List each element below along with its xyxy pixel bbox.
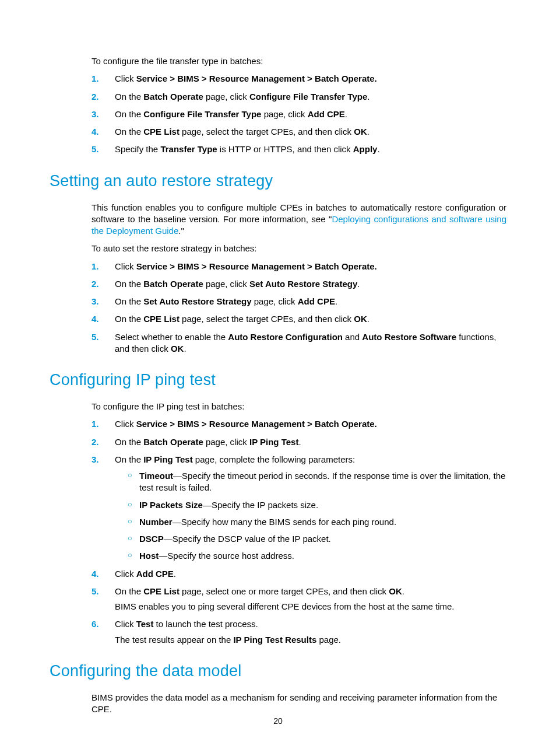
step-number: 1. (92, 261, 99, 272)
step-item: 4. On the CPE List page, select the targ… (92, 313, 506, 325)
step-text: On the CPE List page, select the target … (115, 314, 370, 324)
steps-list: 1. Click Service > BIMS > Resource Manag… (92, 418, 506, 646)
step-item: 5. On the CPE List page, select one or m… (92, 586, 506, 613)
intro-text: This function enables you to configure m… (92, 202, 506, 237)
step-text: Click Service > BIMS > Resource Manageme… (115, 419, 377, 429)
step-text: On the Configure File Transfer Type page… (115, 109, 347, 119)
step-number: 4. (92, 313, 99, 325)
step-text: On the IP Ping Test page, complete the f… (115, 454, 355, 464)
step-text: On the Batch Operate page, click Configu… (115, 92, 370, 102)
step-text: On the Batch Operate page, click Set Aut… (115, 279, 360, 289)
intro-text: BIMS provides the data model as a mechan… (92, 692, 506, 716)
step-number: 3. (92, 108, 99, 120)
step-item: 5. Specify the Transfer Type is HTTP or … (92, 144, 506, 155)
step-item: 2. On the Batch Operate page, click Conf… (92, 91, 506, 103)
step-item: 1. Click Service > BIMS > Resource Manag… (92, 261, 506, 272)
step-item: 5. Select whether to enable the Auto Res… (92, 331, 506, 355)
sub-item: ○Timeout—Specify the timeout period in s… (115, 470, 506, 494)
step-item: 3. On the IP Ping Test page, complete th… (92, 454, 506, 562)
step-text: On the CPE List page, select one or more… (115, 586, 404, 596)
step-item: 4. On the CPE List page, select the targ… (92, 126, 506, 138)
intro-text: To auto set the restore strategy in batc… (92, 243, 506, 254)
step-text: Click Service > BIMS > Resource Manageme… (115, 74, 377, 83)
intro-text: To configure the file transfer type in b… (92, 55, 506, 67)
step-number: 3. (92, 454, 99, 466)
step-text: Click Service > BIMS > Resource Manageme… (115, 261, 377, 271)
step-number: 2. (92, 278, 99, 290)
bullet-icon: ○ (128, 516, 132, 527)
page-number: 20 (0, 716, 556, 726)
step-number: 2. (92, 436, 99, 448)
step-text: Select whether to enable the Auto Restor… (115, 332, 496, 354)
steps-list: 1. Click Service > BIMS > Resource Manag… (92, 261, 506, 355)
section-file-transfer: To configure the file transfer type in b… (92, 55, 506, 156)
step-item: 2. On the Batch Operate page, click Set … (92, 278, 506, 290)
heading-ip-ping: Configuring IP ping test (50, 371, 506, 389)
step-item: 3. On the Configure File Transfer Type p… (92, 108, 506, 120)
steps-list: 1. Click Service > BIMS > Resource Manag… (92, 73, 506, 155)
step-extra-text: BIMS enables you to ping several differe… (115, 601, 506, 612)
step-number: 5. (92, 331, 99, 343)
step-item: 1. Click Service > BIMS > Resource Manag… (92, 73, 506, 85)
step-item: 2. On the Batch Operate page, click IP P… (92, 436, 506, 448)
heading-auto-restore: Setting an auto restore strategy (50, 172, 506, 190)
step-text: On the Batch Operate page, click IP Ping… (115, 437, 301, 447)
step-number: 5. (92, 144, 99, 155)
sub-item: ○Number—Specify how many the BIMS sends … (115, 516, 506, 528)
step-text: On the Set Auto Restore Strategy page, c… (115, 296, 337, 306)
step-item: 1. Click Service > BIMS > Resource Manag… (92, 418, 506, 430)
sub-item: ○IP Packets Size—Specify the IP packets … (115, 499, 506, 511)
step-item: 3. On the Set Auto Restore Strategy page… (92, 296, 506, 307)
section-ip-ping: To configure the IP ping test in batches… (92, 401, 506, 646)
intro-text: To configure the IP ping test in batches… (92, 401, 506, 412)
section-data-model: BIMS provides the data model as a mechan… (92, 692, 506, 716)
sub-list: ○Timeout—Specify the timeout period in s… (115, 470, 506, 562)
step-text: Click Add CPE. (115, 569, 176, 579)
step-text: Click Test to launch the test process. (115, 619, 258, 629)
step-number: 6. (92, 618, 99, 630)
bullet-icon: ○ (128, 470, 132, 481)
step-number: 5. (92, 586, 99, 597)
step-number: 1. (92, 418, 99, 430)
bullet-icon: ○ (128, 499, 132, 510)
step-number: 2. (92, 91, 99, 103)
step-item: 6. Click Test to launch the test process… (92, 618, 506, 646)
document-page: To configure the file transfer type in b… (0, 0, 556, 756)
step-number: 3. (92, 296, 99, 307)
step-text: On the CPE List page, select the target … (115, 127, 370, 136)
bullet-icon: ○ (128, 533, 132, 544)
section-auto-restore: This function enables you to configure m… (92, 202, 506, 355)
step-number: 1. (92, 73, 99, 85)
step-item: 4. Click Add CPE. (92, 568, 506, 580)
bullet-icon: ○ (128, 550, 132, 561)
step-extra-text: The test results appear on the IP Ping T… (115, 634, 506, 646)
step-text: Specify the Transfer Type is HTTP or HTT… (115, 144, 380, 154)
heading-data-model: Configuring the data model (50, 662, 506, 680)
sub-item: ○DSCP—Specify the DSCP value of the IP p… (115, 533, 506, 545)
step-number: 4. (92, 568, 99, 580)
sub-item: ○Host—Specify the source host address. (115, 550, 506, 562)
step-number: 4. (92, 126, 99, 138)
